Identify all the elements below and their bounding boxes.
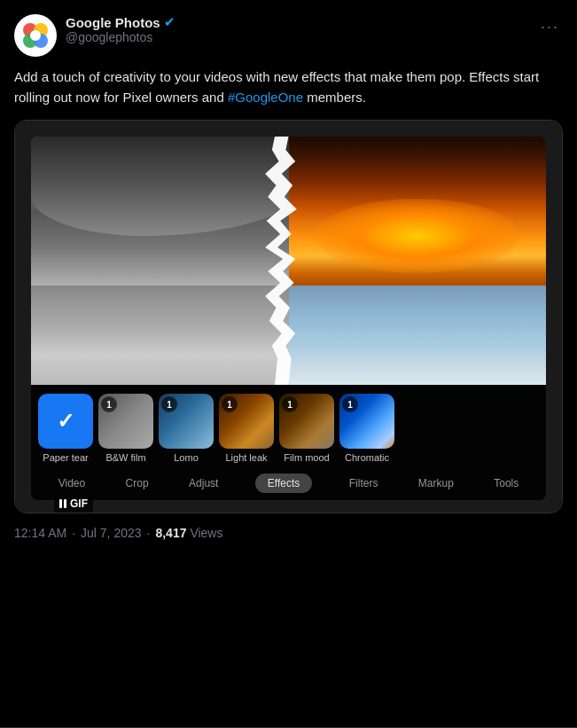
tweet-text: Add a touch of creativity to your videos… xyxy=(14,67,563,107)
pause-bar-right xyxy=(64,499,66,508)
verified-icon: ✔ xyxy=(164,14,175,30)
effect-item-paper-tear[interactable]: ✓ Paper tear xyxy=(38,394,93,463)
badge-light-leak: 1 xyxy=(222,396,238,412)
avatar[interactable] xyxy=(14,14,57,57)
media-container: ✓ Paper tear 1 B&W film xyxy=(14,120,563,513)
toolbar-video[interactable]: Video xyxy=(55,475,89,491)
effect-item-light-leak[interactable]: 1 Light leak xyxy=(219,394,274,463)
more-options-button[interactable]: ··· xyxy=(537,14,563,40)
badge-bw: 1 xyxy=(101,396,117,412)
tweet-dot-1: · xyxy=(72,526,75,540)
author-name[interactable]: Google Photos xyxy=(66,15,160,30)
effect-thumb-light-leak[interactable]: 1 xyxy=(219,394,274,449)
toolbar-effects[interactable]: Effects xyxy=(255,474,312,493)
effect-thumb-bw-film[interactable]: 1 xyxy=(98,394,153,449)
views-label: Views xyxy=(190,526,222,540)
effects-strip: ✓ Paper tear 1 B&W film xyxy=(31,385,546,500)
tweet-views: 8,417 Views xyxy=(155,526,222,540)
effect-item-bw-film[interactable]: 1 B&W film xyxy=(98,394,153,463)
author-handle[interactable]: @googlephotos xyxy=(66,30,528,44)
phone-screen: ✓ Paper tear 1 B&W film xyxy=(15,121,562,513)
pause-bar-left xyxy=(59,499,62,508)
pause-icon xyxy=(59,499,66,508)
effect-thumb-lomo[interactable]: 1 xyxy=(159,394,214,449)
effect-item-lomo[interactable]: 1 Lomo xyxy=(159,394,214,463)
gif-badge: GIF xyxy=(54,495,93,513)
effect-label-paper-tear: Paper tear xyxy=(43,452,88,463)
views-count: 8,417 xyxy=(155,526,186,540)
effect-thumb-chromatic[interactable]: 1 xyxy=(339,394,394,449)
badge-film-mood: 1 xyxy=(282,396,298,412)
tweet-dot-2: · xyxy=(147,526,151,540)
effects-thumbnails: ✓ Paper tear 1 B&W film xyxy=(38,394,539,463)
tweet-header: Google Photos ✔ @googlephotos ··· xyxy=(14,14,563,57)
photo-editor: ✓ Paper tear 1 B&W film xyxy=(31,137,546,500)
editor-toolbar: Video Crop Adjust Effects Filters Markup… xyxy=(38,470,539,495)
effect-label-film-mood: Film mood xyxy=(284,452,329,463)
effect-item-chromatic[interactable]: 1 Chromatic xyxy=(339,394,394,463)
toolbar-crop[interactable]: Crop xyxy=(122,475,152,491)
badge-chromatic: 1 xyxy=(342,396,358,412)
effect-label-bw-film: B&W film xyxy=(105,452,145,463)
tweet-card: Google Photos ✔ @googlephotos ··· Add a … xyxy=(0,0,577,728)
image-right-color xyxy=(289,137,547,385)
toolbar-markup[interactable]: Markup xyxy=(415,475,457,491)
main-image xyxy=(31,137,546,385)
effect-thumb-film-mood[interactable]: 1 xyxy=(279,394,334,449)
effect-label-chromatic: Chromatic xyxy=(345,452,389,463)
author-name-row: Google Photos ✔ xyxy=(66,14,528,30)
tweet-footer: 12:14 AM · Jul 7, 2023 · 8,417 Views xyxy=(14,526,563,540)
tweet-date: Jul 7, 2023 xyxy=(81,526,142,540)
checkmark-icon: ✓ xyxy=(57,409,74,434)
svg-point-4 xyxy=(30,30,41,41)
effect-thumb-paper-tear[interactable]: ✓ xyxy=(38,394,93,449)
tweet-time: 12:14 AM xyxy=(14,526,66,540)
badge-lomo: 1 xyxy=(161,396,177,412)
author-info: Google Photos ✔ @googlephotos xyxy=(66,14,528,44)
effect-item-film-mood[interactable]: 1 Film mood xyxy=(279,394,334,463)
hashtag-link[interactable]: #GoogleOne xyxy=(228,90,303,105)
tweet-text-after: members. xyxy=(303,90,366,105)
gif-label: GIF xyxy=(70,497,88,510)
toolbar-adjust[interactable]: Adjust xyxy=(185,475,222,491)
toolbar-filters[interactable]: Filters xyxy=(346,475,382,491)
effect-label-light-leak: Light leak xyxy=(225,452,267,463)
image-background xyxy=(31,137,546,385)
image-left-bw xyxy=(31,137,315,385)
toolbar-tools[interactable]: Tools xyxy=(490,475,522,491)
effect-label-lomo: Lomo xyxy=(174,452,199,463)
